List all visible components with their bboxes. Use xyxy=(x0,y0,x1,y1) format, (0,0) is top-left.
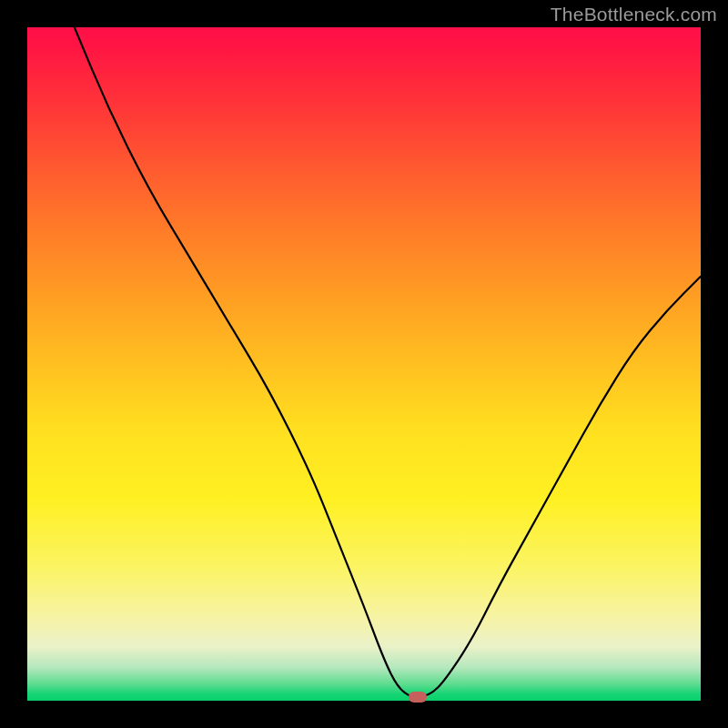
chart-background-gradient xyxy=(27,27,701,701)
watermark-text: TheBottleneck.com xyxy=(551,4,717,25)
minimum-marker xyxy=(409,692,427,703)
chart-frame: TheBottleneck.com xyxy=(0,0,728,728)
